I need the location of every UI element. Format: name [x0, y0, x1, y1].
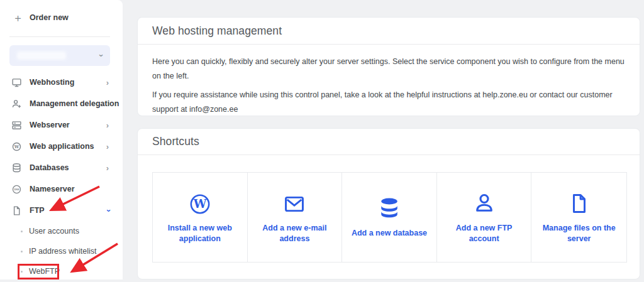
database-icon — [378, 196, 401, 220]
sidebar-item-ftp[interactable]: FTP › — [0, 200, 123, 221]
monitor-icon — [11, 77, 22, 88]
sidebar: ＋ Order new › Webhosting › Management de… — [0, 0, 123, 279]
service-selector-dropdown[interactable]: › — [9, 45, 110, 66]
sidebar-item-webhosting[interactable]: Webhosting › — [0, 72, 123, 93]
chevron-right-icon: › — [106, 79, 109, 87]
web-hosting-management-card: Web hosting management Here you can quic… — [137, 17, 640, 116]
envelope-icon — [282, 191, 306, 215]
file-icon — [569, 191, 590, 215]
svg-text:DNS: DNS — [14, 187, 19, 190]
shortcut-add-database[interactable]: Add a new database — [342, 173, 437, 262]
bullet-icon — [21, 251, 23, 252]
shortcuts-card: Shortcuts W Install a new web applicatio… — [137, 128, 640, 279]
shortcut-install-web-application[interactable]: W Install a new web application — [153, 173, 248, 262]
bullet-icon — [21, 271, 23, 273]
server-icon — [11, 120, 22, 131]
svg-text:W: W — [14, 144, 19, 149]
shortcut-tiles: W Install a new web application Add a ne… — [152, 172, 627, 263]
plus-icon: ＋ — [13, 13, 23, 23]
order-new-button[interactable]: ＋ Order new — [13, 9, 69, 26]
sidebar-item-management-delegation[interactable]: Management delegation — [0, 93, 123, 114]
file-icon — [11, 205, 22, 216]
person-add-icon — [11, 99, 22, 109]
shortcut-add-email-address[interactable]: Add a new e-mail address — [248, 173, 343, 262]
shortcut-manage-files[interactable]: Manage files on the server — [531, 173, 626, 262]
sidebar-item-webserver[interactable]: Webserver › — [0, 114, 123, 136]
wordpress-icon: W — [11, 141, 22, 152]
sidebar-subitem-ip-address-whitelist[interactable]: IP address whitelist — [0, 241, 123, 261]
shortcut-add-ftp-account[interactable]: Add a new FTP account — [437, 173, 532, 262]
chevron-right-icon: › — [106, 164, 109, 172]
support-paragraph: If you require assistance while using th… — [152, 88, 625, 116]
sidebar-subitem-user-accounts[interactable]: User accounts — [0, 221, 123, 241]
card-body: Here you can quickly, flexibly and secur… — [138, 45, 640, 116]
database-icon — [11, 163, 22, 173]
sidebar-divider — [9, 36, 110, 37]
card-header: Shortcuts — [138, 129, 640, 155]
intro-paragraph: Here you can quickly, flexibly and secur… — [152, 55, 625, 83]
chevron-right-icon: › — [106, 143, 109, 151]
dns-icon: DNS — [11, 184, 22, 195]
sidebar-subitem-webftp[interactable]: WebFTP — [0, 261, 123, 281]
redacted-service-name — [17, 52, 66, 60]
sidebar-item-nameserver[interactable]: DNS Nameserver — [0, 178, 123, 200]
svg-text:W: W — [192, 197, 206, 210]
chevron-right-icon: › — [106, 121, 109, 129]
sidebar-item-databases[interactable]: Databases › — [0, 157, 123, 178]
chevron-down-icon: › — [96, 54, 106, 57]
bullet-icon — [21, 230, 23, 232]
shortcuts-title: Shortcuts — [152, 135, 199, 148]
page-title: Web hosting management — [152, 24, 282, 38]
card-header: Web hosting management — [138, 18, 640, 45]
sidebar-item-web-applications[interactable]: W Web applications › — [0, 136, 123, 157]
person-icon — [473, 191, 496, 215]
chevron-down-icon: › — [104, 209, 113, 212]
wordpress-icon: W — [189, 191, 211, 215]
order-new-label: Order new — [30, 13, 69, 22]
